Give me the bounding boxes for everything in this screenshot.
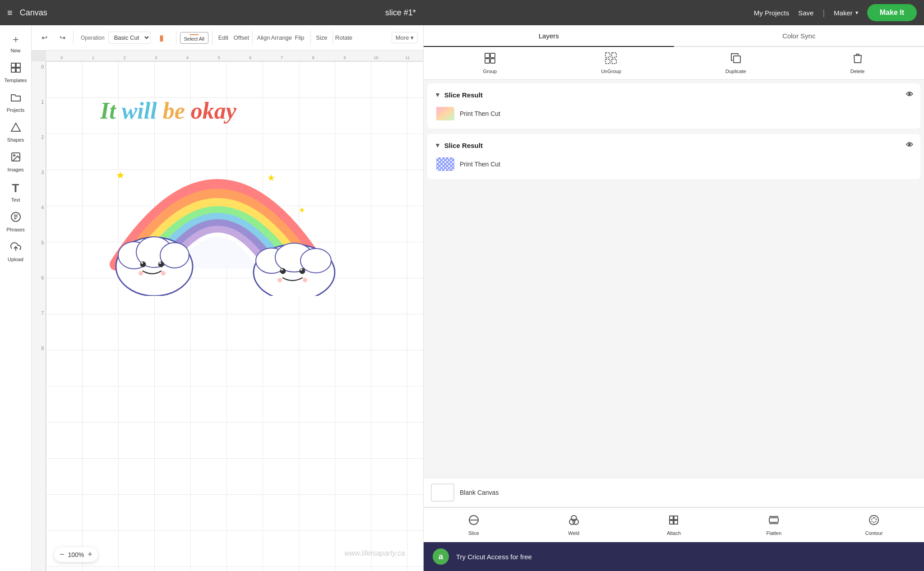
hamburger-button[interactable]: ≡ — [7, 8, 13, 18]
layer-name-2: Print Then Cut — [460, 161, 500, 168]
sidebar-item-new[interactable]: ＋ New — [1, 29, 30, 57]
ruler-top: 0 1 2 3 4 5 6 7 8 9 10 11 — [46, 51, 423, 61]
weld-button[interactable]: Weld — [524, 511, 624, 539]
plus-icon: ＋ — [11, 32, 21, 46]
tab-color-sync[interactable]: Color Sync — [674, 25, 924, 47]
shapes-icon — [10, 122, 21, 135]
svg-rect-3 — [16, 68, 20, 72]
svg-rect-2 — [11, 68, 15, 72]
right-panel: Layers Color Sync Group — [423, 25, 924, 571]
navbar-right: My Projects Save | Maker ▾ Make It — [754, 4, 917, 21]
cricut-banner-text: Try Cricut Access for free — [456, 553, 532, 561]
offset-button[interactable]: Offset — [234, 31, 249, 45]
watermark: www.lifeisaparty.ca — [344, 549, 405, 557]
arrange-button[interactable]: Arrange — [274, 31, 289, 45]
size-button[interactable]: Size — [314, 31, 329, 45]
layer-thumbnail-1 — [436, 107, 454, 120]
save-link[interactable]: Save — [798, 9, 813, 17]
layer-item-1[interactable]: Print Then Cut — [431, 102, 917, 125]
flatten-button[interactable]: Flatten — [724, 511, 824, 539]
chevron-down-icon: ▾ — [855, 9, 858, 16]
sidebar-item-templates[interactable]: Templates — [1, 59, 30, 87]
toolbar-divider-4 — [252, 31, 253, 45]
svg-text:★: ★ — [267, 173, 275, 183]
contour-icon — [868, 514, 880, 529]
text-icon: T — [12, 181, 19, 195]
slice-title-1: Slice Result — [444, 91, 483, 99]
group-button[interactable]: Group — [478, 51, 503, 76]
layer-item-2[interactable]: Print Then Cut — [431, 153, 917, 175]
slice-chevron-2[interactable]: ▼ — [434, 142, 441, 149]
align-button[interactable]: Align — [256, 31, 271, 45]
zoom-in-button[interactable]: + — [88, 550, 92, 559]
toolbar-divider-1 — [73, 31, 74, 45]
eye-icon-1[interactable]: 👁 — [906, 91, 913, 99]
attach-button[interactable]: Attach — [624, 511, 724, 539]
svg-point-32 — [300, 268, 305, 274]
zoom-out-button[interactable]: − — [60, 550, 65, 559]
maker-dropdown-button[interactable]: Maker ▾ — [834, 9, 858, 17]
cricut-access-banner[interactable]: a Try Cricut Access for free — [424, 542, 924, 571]
select-all-button[interactable]: Select All — [180, 32, 208, 44]
svg-rect-43 — [605, 59, 610, 64]
edit-button[interactable]: Edit — [216, 31, 231, 45]
color-swatch-button[interactable]: ▮ — [154, 31, 169, 45]
svg-rect-37 — [485, 53, 490, 58]
navbar: ≡ Canvas slice #1* My Projects Save | Ma… — [0, 0, 924, 25]
toolbar: ↩ ↪ Operation Basic Cut ▮ Select All Edi… — [32, 25, 423, 51]
text-be: be — [163, 98, 185, 124]
svg-rect-56 — [769, 518, 778, 522]
panel-actions: Group UnGroup Duplicate — [424, 47, 924, 80]
more-button[interactable]: More ▾ — [392, 32, 418, 43]
sidebar-item-projects[interactable]: Projects — [1, 88, 30, 116]
flip-button[interactable]: Flip — [292, 31, 307, 45]
redo-button[interactable]: ↪ — [55, 31, 69, 45]
toolbar-divider-6 — [333, 31, 333, 45]
contour-button[interactable]: Contour — [824, 511, 924, 539]
svg-point-33 — [281, 269, 283, 271]
sidebar-item-images[interactable]: Images — [1, 148, 30, 176]
svg-rect-38 — [490, 53, 495, 58]
undo-button[interactable]: ↩ — [37, 31, 51, 45]
slice-chevron-1[interactable]: ▼ — [434, 91, 441, 98]
tab-layers[interactable]: Layers — [424, 25, 674, 47]
svg-point-20 — [160, 243, 189, 268]
delete-button[interactable]: Delete — [845, 51, 870, 76]
my-projects-link[interactable]: My Projects — [754, 9, 789, 17]
sidebar-item-text[interactable]: T Text — [1, 178, 30, 206]
sidebar-item-phrases[interactable]: Phrases — [1, 208, 30, 236]
operation-select[interactable]: Basic Cut — [108, 32, 151, 44]
rotate-button[interactable]: Rotate — [337, 31, 351, 45]
zoom-controls: − 100% + — [54, 547, 98, 562]
ungroup-button[interactable]: UnGroup — [596, 51, 627, 76]
trash-icon — [852, 52, 864, 67]
svg-rect-0 — [11, 63, 15, 67]
sidebar-item-shapes[interactable]: Shapes — [1, 118, 30, 146]
canvas-content: It will be okay ★ ★ ★ ★ ✦ — [91, 97, 362, 296]
svg-point-31 — [280, 268, 286, 274]
svg-rect-55 — [674, 520, 678, 524]
svg-rect-44 — [612, 59, 616, 64]
svg-text:★: ★ — [116, 170, 125, 181]
slice-button[interactable]: Slice — [424, 511, 524, 539]
slice-icon — [468, 514, 480, 529]
flatten-icon — [768, 514, 780, 529]
make-it-button[interactable]: Make It — [867, 4, 917, 21]
rainbow-text: It will be okay — [100, 97, 236, 124]
toolbar-divider-3 — [212, 31, 213, 45]
layer-name-1: Print Then Cut — [460, 110, 500, 117]
slice-header-2: ▼ Slice Result 👁 — [431, 138, 917, 153]
ruler-left: 0 1 2 3 4 5 6 7 8 — [32, 61, 46, 571]
svg-rect-42 — [612, 53, 616, 57]
canvas-area: 0 1 2 3 4 5 6 7 8 9 10 11 0 1 2 3 4 5 6 … — [32, 51, 423, 571]
operation-section: Operation Basic Cut ▮ — [77, 31, 172, 45]
eye-icon-2[interactable]: 👁 — [906, 141, 913, 149]
svg-point-35 — [277, 278, 282, 282]
sidebar-item-upload[interactable]: Upload — [1, 238, 30, 266]
canvas-grid[interactable]: It will be okay ★ ★ ★ ★ ✦ — [46, 61, 423, 571]
duplicate-icon — [730, 52, 742, 67]
duplicate-button[interactable]: Duplicate — [720, 51, 752, 76]
svg-rect-45 — [734, 56, 740, 63]
svg-point-34 — [300, 269, 302, 271]
left-sidebar: ＋ New Templates Projects Shapes — [0, 25, 32, 571]
